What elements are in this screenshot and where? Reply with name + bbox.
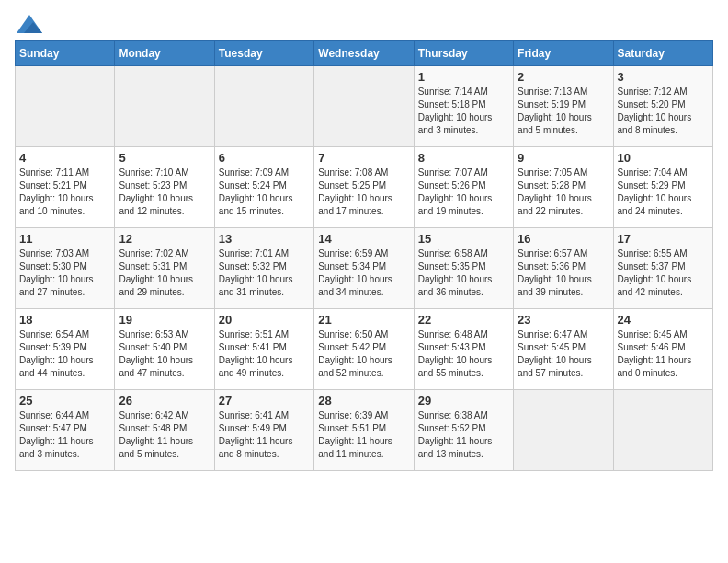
day-number: 3 xyxy=(618,70,709,84)
day-info: Sunrise: 7:07 AM Sunset: 5:26 PM Dayligh… xyxy=(418,167,509,218)
day-header-friday: Friday xyxy=(514,41,613,66)
day-info: Sunrise: 7:10 AM Sunset: 5:23 PM Dayligh… xyxy=(119,167,210,218)
day-number: 18 xyxy=(19,313,110,327)
logo-icon xyxy=(17,15,42,33)
calendar-cell: 16Sunrise: 6:57 AM Sunset: 5:36 PM Dayli… xyxy=(514,228,613,309)
day-info: Sunrise: 7:13 AM Sunset: 5:19 PM Dayligh… xyxy=(518,86,609,137)
calendar-cell xyxy=(514,390,613,471)
day-number: 17 xyxy=(618,232,709,246)
day-number: 10 xyxy=(618,151,709,165)
day-info: Sunrise: 6:44 AM Sunset: 5:47 PM Dayligh… xyxy=(19,409,110,461)
day-number: 19 xyxy=(119,313,210,327)
day-info: Sunrise: 7:14 AM Sunset: 5:18 PM Dayligh… xyxy=(418,86,509,137)
day-info: Sunrise: 7:08 AM Sunset: 5:25 PM Dayligh… xyxy=(318,167,409,218)
day-number: 11 xyxy=(19,232,110,246)
day-number: 13 xyxy=(219,232,310,246)
day-info: Sunrise: 6:41 AM Sunset: 5:49 PM Dayligh… xyxy=(219,409,310,461)
calendar-cell: 25Sunrise: 6:44 AM Sunset: 5:47 PM Dayli… xyxy=(16,390,115,471)
day-header-thursday: Thursday xyxy=(414,41,513,66)
day-number: 4 xyxy=(19,151,110,165)
day-info: Sunrise: 7:11 AM Sunset: 5:21 PM Dayligh… xyxy=(19,167,110,218)
calendar-cell: 3Sunrise: 7:12 AM Sunset: 5:20 PM Daylig… xyxy=(613,66,712,147)
calendar-cell: 28Sunrise: 6:39 AM Sunset: 5:51 PM Dayli… xyxy=(314,390,414,471)
logo xyxy=(15,15,42,33)
calendar-cell xyxy=(314,66,414,147)
day-number: 9 xyxy=(518,151,609,165)
day-header-tuesday: Tuesday xyxy=(214,41,313,66)
day-info: Sunrise: 6:42 AM Sunset: 5:48 PM Dayligh… xyxy=(119,409,210,461)
day-info: Sunrise: 6:54 AM Sunset: 5:39 PM Dayligh… xyxy=(19,328,110,380)
day-info: Sunrise: 7:01 AM Sunset: 5:32 PM Dayligh… xyxy=(219,247,310,299)
day-info: Sunrise: 7:05 AM Sunset: 5:28 PM Dayligh… xyxy=(518,167,609,218)
calendar-cell: 23Sunrise: 6:47 AM Sunset: 5:45 PM Dayli… xyxy=(514,309,613,390)
day-number: 15 xyxy=(418,232,509,246)
day-info: Sunrise: 7:12 AM Sunset: 5:20 PM Dayligh… xyxy=(618,86,709,137)
calendar-cell: 6Sunrise: 7:09 AM Sunset: 5:24 PM Daylig… xyxy=(214,147,313,228)
day-info: Sunrise: 6:58 AM Sunset: 5:35 PM Dayligh… xyxy=(418,247,509,299)
calendar-cell: 26Sunrise: 6:42 AM Sunset: 5:48 PM Dayli… xyxy=(115,390,214,471)
day-number: 29 xyxy=(418,394,509,408)
day-info: Sunrise: 6:59 AM Sunset: 5:34 PM Dayligh… xyxy=(318,247,409,299)
calendar-cell: 11Sunrise: 7:03 AM Sunset: 5:30 PM Dayli… xyxy=(16,228,115,309)
day-number: 12 xyxy=(119,232,210,246)
day-info: Sunrise: 6:51 AM Sunset: 5:41 PM Dayligh… xyxy=(219,328,310,380)
calendar-cell: 19Sunrise: 6:53 AM Sunset: 5:40 PM Dayli… xyxy=(115,309,214,390)
day-header-sunday: Sunday xyxy=(16,41,115,66)
calendar-cell: 22Sunrise: 6:48 AM Sunset: 5:43 PM Dayli… xyxy=(414,309,513,390)
calendar-cell: 27Sunrise: 6:41 AM Sunset: 5:49 PM Dayli… xyxy=(214,390,313,471)
day-number: 2 xyxy=(518,70,609,84)
day-info: Sunrise: 6:48 AM Sunset: 5:43 PM Dayligh… xyxy=(418,328,509,380)
day-number: 1 xyxy=(418,70,509,84)
calendar-cell: 17Sunrise: 6:55 AM Sunset: 5:37 PM Dayli… xyxy=(613,228,712,309)
calendar-cell: 21Sunrise: 6:50 AM Sunset: 5:42 PM Dayli… xyxy=(314,309,414,390)
day-number: 21 xyxy=(318,313,409,327)
day-info: Sunrise: 6:53 AM Sunset: 5:40 PM Dayligh… xyxy=(119,328,210,380)
calendar-cell: 10Sunrise: 7:04 AM Sunset: 5:29 PM Dayli… xyxy=(613,147,712,228)
day-number: 7 xyxy=(318,151,409,165)
calendar-cell: 20Sunrise: 6:51 AM Sunset: 5:41 PM Dayli… xyxy=(214,309,313,390)
day-header-saturday: Saturday xyxy=(613,41,712,66)
day-info: Sunrise: 6:47 AM Sunset: 5:45 PM Dayligh… xyxy=(518,328,609,380)
day-number: 26 xyxy=(119,394,210,408)
day-info: Sunrise: 6:39 AM Sunset: 5:51 PM Dayligh… xyxy=(318,409,409,461)
calendar-cell xyxy=(115,66,214,147)
calendar-cell: 13Sunrise: 7:01 AM Sunset: 5:32 PM Dayli… xyxy=(214,228,313,309)
calendar-cell: 4Sunrise: 7:11 AM Sunset: 5:21 PM Daylig… xyxy=(16,147,115,228)
day-info: Sunrise: 7:02 AM Sunset: 5:31 PM Dayligh… xyxy=(119,247,210,299)
day-number: 14 xyxy=(318,232,409,246)
day-number: 23 xyxy=(518,313,609,327)
day-number: 20 xyxy=(219,313,310,327)
day-number: 5 xyxy=(119,151,210,165)
calendar-cell: 15Sunrise: 6:58 AM Sunset: 5:35 PM Dayli… xyxy=(414,228,513,309)
calendar-cell xyxy=(16,66,115,147)
day-number: 6 xyxy=(219,151,310,165)
day-number: 27 xyxy=(219,394,310,408)
day-info: Sunrise: 7:04 AM Sunset: 5:29 PM Dayligh… xyxy=(618,167,709,218)
day-number: 28 xyxy=(318,394,409,408)
calendar-cell: 18Sunrise: 6:54 AM Sunset: 5:39 PM Dayli… xyxy=(16,309,115,390)
day-info: Sunrise: 6:45 AM Sunset: 5:46 PM Dayligh… xyxy=(618,328,709,380)
day-info: Sunrise: 6:57 AM Sunset: 5:36 PM Dayligh… xyxy=(518,247,609,299)
day-info: Sunrise: 6:55 AM Sunset: 5:37 PM Dayligh… xyxy=(618,247,709,299)
calendar-cell xyxy=(613,390,712,471)
calendar-cell: 8Sunrise: 7:07 AM Sunset: 5:26 PM Daylig… xyxy=(414,147,513,228)
calendar-cell: 7Sunrise: 7:08 AM Sunset: 5:25 PM Daylig… xyxy=(314,147,414,228)
day-header-monday: Monday xyxy=(115,41,214,66)
calendar-cell: 5Sunrise: 7:10 AM Sunset: 5:23 PM Daylig… xyxy=(115,147,214,228)
page-header xyxy=(15,15,713,33)
day-number: 22 xyxy=(418,313,509,327)
day-number: 16 xyxy=(518,232,609,246)
calendar-cell: 24Sunrise: 6:45 AM Sunset: 5:46 PM Dayli… xyxy=(613,309,712,390)
calendar-cell: 2Sunrise: 7:13 AM Sunset: 5:19 PM Daylig… xyxy=(514,66,613,147)
calendar-cell: 1Sunrise: 7:14 AM Sunset: 5:18 PM Daylig… xyxy=(414,66,513,147)
day-info: Sunrise: 6:50 AM Sunset: 5:42 PM Dayligh… xyxy=(318,328,409,380)
calendar-cell: 14Sunrise: 6:59 AM Sunset: 5:34 PM Dayli… xyxy=(314,228,414,309)
day-number: 8 xyxy=(418,151,509,165)
calendar-cell xyxy=(214,66,313,147)
calendar-table: SundayMondayTuesdayWednesdayThursdayFrid… xyxy=(15,40,713,471)
day-header-wednesday: Wednesday xyxy=(314,41,414,66)
day-info: Sunrise: 7:03 AM Sunset: 5:30 PM Dayligh… xyxy=(19,247,110,299)
calendar-cell: 12Sunrise: 7:02 AM Sunset: 5:31 PM Dayli… xyxy=(115,228,214,309)
day-info: Sunrise: 7:09 AM Sunset: 5:24 PM Dayligh… xyxy=(219,167,310,218)
day-number: 24 xyxy=(618,313,709,327)
